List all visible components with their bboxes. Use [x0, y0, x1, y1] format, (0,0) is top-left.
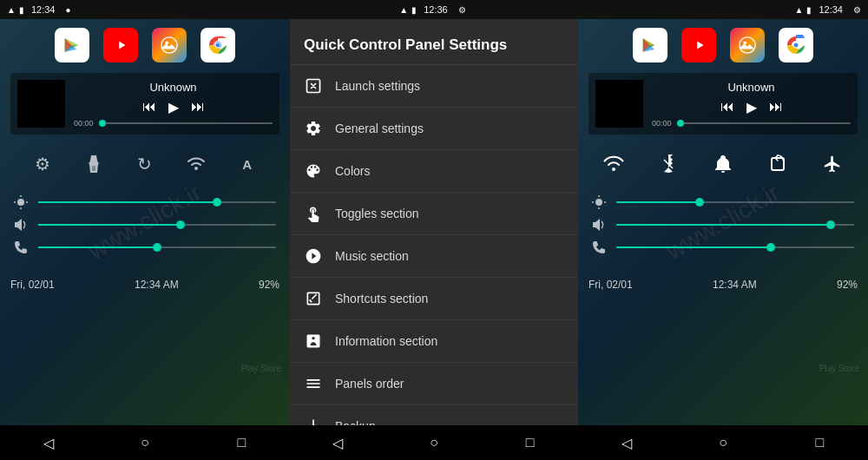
- chrome-icon-left[interactable]: [201, 28, 235, 62]
- progress-dot-left: [99, 120, 106, 127]
- brightness-slider-right[interactable]: [592, 195, 854, 209]
- volume-thumb-left: [176, 220, 185, 229]
- svg-point-6: [216, 43, 220, 48]
- time-left: 12:34: [31, 4, 56, 15]
- volume-track-right[interactable]: [616, 224, 854, 226]
- dot-center: ⚙: [458, 5, 466, 15]
- svg-point-16: [740, 37, 755, 53]
- toggles-label: Toggles section: [335, 207, 419, 220]
- nav-left: ◁ ○ □: [0, 435, 290, 451]
- status-left: ▲ ▮ 12:34 ●: [7, 4, 70, 15]
- menu-title: Quick Control Panel Settings: [290, 19, 578, 65]
- center-panel: Quick Control Panel Settings Launch sett…: [290, 19, 578, 425]
- music-progress-right: 00:00: [652, 119, 851, 128]
- music-info-right: Unknown ⏮ ▶ ⏭ 00:00: [652, 81, 851, 128]
- play-btn-left[interactable]: ▶: [168, 99, 179, 115]
- menu-item-music[interactable]: Music section: [290, 235, 578, 278]
- rotate-toggle-left[interactable]: ↻: [131, 150, 159, 178]
- call-thumb-right: [766, 243, 775, 252]
- backup-icon: [304, 417, 323, 425]
- left-panel: www.click.ir: [0, 19, 290, 425]
- menu-item-shortcuts[interactable]: Shortcuts section: [290, 278, 578, 320]
- quick-controls-right: [578, 138, 868, 190]
- back-btn-center[interactable]: ◁: [316, 435, 359, 451]
- right-panel: www.click.ir: [578, 19, 868, 425]
- battery-right: ▮: [806, 5, 812, 15]
- menu-item-launch-settings[interactable]: Launch settings: [290, 65, 578, 108]
- settings-toggle-left[interactable]: ⚙: [29, 150, 56, 178]
- volume-track-left[interactable]: [38, 224, 276, 226]
- nav-bar: ◁ ○ □ ◁ ○ □ ◁ ○ □: [0, 425, 868, 460]
- nav-section-all: ◁ ○ □ ◁ ○ □ ◁ ○ □: [0, 435, 868, 451]
- back-btn-right[interactable]: ◁: [605, 435, 648, 451]
- brightness-slider-left[interactable]: [14, 195, 276, 209]
- progress-bar-right[interactable]: [677, 122, 851, 124]
- flashlight-toggle-left[interactable]: [80, 150, 108, 178]
- brightness-thumb-right: [695, 198, 704, 207]
- main-content: www.click.ir: [0, 19, 868, 425]
- airplane-toggle-right[interactable]: [819, 150, 846, 178]
- rotate-toggle-right[interactable]: [764, 150, 792, 178]
- gallery-icon-left[interactable]: [152, 28, 187, 62]
- notification-toggle-right[interactable]: [709, 150, 737, 178]
- music-label: Music section: [335, 249, 409, 263]
- next-btn-right[interactable]: ⏭: [769, 99, 783, 115]
- volume-slider-left[interactable]: [14, 218, 276, 232]
- status-right: ▲ ▮ 12:34 ⚙: [795, 4, 861, 15]
- call-slider-right[interactable]: [592, 240, 854, 254]
- call-track-left[interactable]: [38, 246, 276, 248]
- colors-icon: [304, 161, 323, 181]
- signal-right: ▲: [795, 5, 804, 15]
- recent-btn-right[interactable]: □: [798, 435, 841, 451]
- home-btn-right[interactable]: ○: [701, 435, 745, 451]
- call-thumb-left: [153, 243, 161, 252]
- playstore-icon-right[interactable]: [633, 28, 667, 62]
- menu-item-toggles[interactable]: Toggles section: [290, 193, 578, 235]
- home-btn-left[interactable]: ○: [123, 435, 167, 450]
- volume-slider-right[interactable]: [592, 218, 854, 232]
- youtube-icon-left[interactable]: [103, 28, 138, 62]
- music-info-left: Unknown ⏮ ▶ ⏭ 00:00: [74, 81, 273, 128]
- prev-btn-left[interactable]: ⏮: [142, 99, 156, 115]
- youtube-icon-right[interactable]: [681, 28, 716, 62]
- music-progress-left: 00:00: [74, 119, 273, 128]
- music-controls-left[interactable]: ⏮ ▶ ⏭: [74, 99, 273, 115]
- status-bar: ▲ ▮ 12:34 ● ▲ ▮ 12:36 ⚙ ▲ ▮ 12:34 ⚙: [0, 0, 868, 19]
- quick-controls-left: ⚙ ↻ A: [0, 138, 290, 190]
- menu-item-colors[interactable]: Colors: [290, 150, 578, 193]
- progress-bar-left[interactable]: [99, 122, 273, 124]
- shortcuts-label: Shortcuts section: [335, 292, 428, 306]
- music-controls-right[interactable]: ⏮ ▶ ⏭: [652, 99, 851, 115]
- music-widget-left: Unknown ⏮ ▶ ⏭ 00:00: [10, 73, 279, 135]
- chrome-icon-right[interactable]: [779, 28, 813, 62]
- nav-right: ◁ ○ □: [578, 435, 868, 451]
- app-icons-left: [0, 19, 290, 69]
- call-track-right[interactable]: [616, 246, 854, 248]
- brightness-icon-right: [592, 195, 608, 209]
- call-slider-left[interactable]: [14, 240, 276, 254]
- menu-item-information[interactable]: Information section: [290, 320, 578, 363]
- recent-btn-left[interactable]: □: [220, 435, 263, 450]
- bluetooth-toggle-right[interactable]: [654, 150, 682, 178]
- back-btn-left[interactable]: ◁: [27, 435, 70, 451]
- shortcuts-icon: [304, 289, 323, 308]
- font-toggle-left[interactable]: A: [233, 150, 261, 178]
- prev-btn-right[interactable]: ⏮: [720, 99, 734, 115]
- next-btn-left[interactable]: ⏭: [191, 99, 205, 115]
- svg-point-22: [595, 199, 602, 206]
- wifi-toggle-right[interactable]: [600, 150, 628, 178]
- playstore-badge-left: Play Store: [241, 364, 281, 373]
- playstore-icon-left[interactable]: [55, 28, 89, 62]
- brightness-track-left[interactable]: [38, 201, 276, 203]
- recent-btn-center[interactable]: □: [509, 435, 552, 450]
- wifi-toggle-left[interactable]: [182, 150, 210, 178]
- brightness-track-right[interactable]: [616, 201, 854, 203]
- menu-item-backup[interactable]: Backup: [290, 405, 578, 425]
- progress-time-right: 00:00: [652, 119, 672, 128]
- information-label: Information section: [335, 334, 437, 348]
- menu-item-panels-order[interactable]: Panels order: [290, 363, 578, 405]
- menu-item-general-settings[interactable]: General settings: [290, 108, 578, 150]
- home-btn-center[interactable]: ○: [412, 435, 456, 450]
- gallery-icon-right[interactable]: [730, 28, 765, 62]
- play-btn-right[interactable]: ▶: [746, 99, 757, 115]
